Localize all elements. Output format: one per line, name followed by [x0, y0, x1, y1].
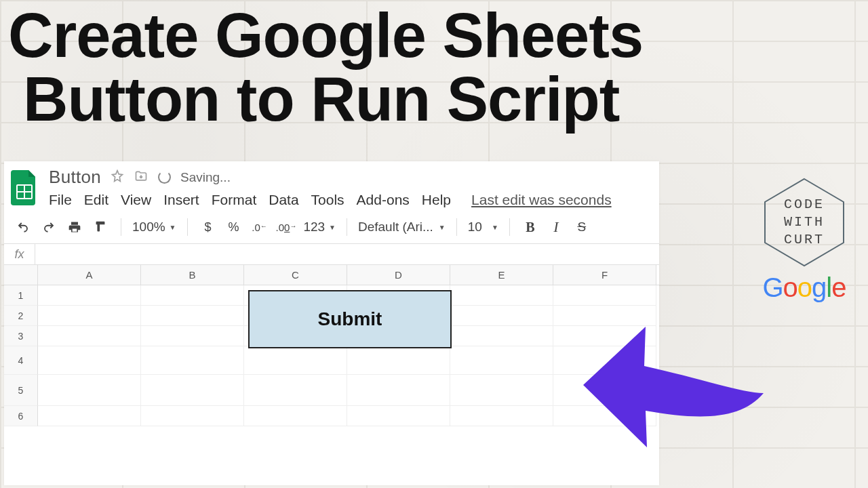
toolbar-separator — [121, 218, 121, 236]
cell[interactable] — [141, 346, 244, 375]
undo-button[interactable] — [14, 218, 33, 237]
row-header[interactable]: 4 — [4, 346, 38, 375]
spreadsheet-grid[interactable]: A B C D E F 1 2 3 4 5 6 Submit — [4, 265, 659, 426]
strikethrough-button[interactable]: S — [572, 218, 591, 237]
row-header[interactable]: 1 — [4, 285, 38, 306]
font-dropdown[interactable]: Default (Ari... ▼ — [358, 220, 446, 235]
row-header[interactable]: 5 — [4, 375, 38, 406]
print-button[interactable] — [65, 218, 84, 237]
select-all-corner[interactable] — [4, 265, 38, 285]
document-name[interactable]: Button — [49, 167, 101, 188]
font-size-value: 10 — [468, 220, 482, 235]
menu-format[interactable]: Format — [212, 192, 257, 208]
column-header-e[interactable]: E — [450, 265, 553, 285]
formula-input[interactable] — [35, 244, 659, 264]
cell[interactable] — [450, 346, 553, 375]
saving-spinner-icon — [158, 171, 171, 184]
zoom-value: 100% — [132, 220, 165, 235]
cell[interactable] — [347, 375, 450, 406]
cell[interactable] — [450, 326, 553, 346]
cell[interactable] — [38, 285, 141, 306]
italic-button[interactable]: I — [547, 218, 566, 237]
fx-label: fx — [4, 244, 35, 264]
column-header-c[interactable]: C — [244, 265, 347, 285]
row-header[interactable]: 6 — [4, 406, 38, 426]
column-header-f[interactable]: F — [553, 265, 656, 285]
last-edit-link[interactable]: Last edit was seconds — [471, 192, 612, 208]
column-headers: A B C D E F — [4, 265, 659, 285]
menu-addons[interactable]: Add-ons — [357, 192, 410, 208]
badge-line-1: CODE — [784, 196, 825, 214]
toolbar-separator — [456, 218, 457, 236]
cell[interactable] — [141, 406, 244, 426]
thumbnail-title: Create Google Sheets Button to Run Scrip… — [0, 0, 868, 131]
cell[interactable] — [38, 346, 141, 375]
menu-edit[interactable]: Edit — [84, 192, 108, 208]
arrow-icon — [571, 305, 774, 470]
title-line-1: Create Google Sheets — [8, 4, 868, 68]
badge-line-3: CURT — [784, 231, 825, 249]
redo-button[interactable] — [39, 218, 58, 237]
paint-format-button[interactable] — [91, 218, 110, 237]
cell[interactable] — [38, 326, 141, 346]
row-header[interactable]: 2 — [4, 306, 38, 326]
cell[interactable] — [38, 375, 141, 406]
cell[interactable] — [450, 285, 553, 306]
chevron-down-icon: ▼ — [439, 224, 446, 231]
more-formats-dropdown[interactable]: 123 ▼ — [303, 220, 336, 235]
cell[interactable] — [141, 285, 244, 306]
bold-button[interactable]: B — [521, 218, 540, 237]
cell[interactable] — [141, 375, 244, 406]
cell[interactable] — [244, 346, 347, 375]
save-status: Saving... — [180, 170, 231, 185]
cell[interactable] — [347, 406, 450, 426]
menu-insert[interactable]: Insert — [163, 192, 199, 208]
format-percent-button[interactable]: % — [224, 218, 243, 237]
row-header[interactable]: 3 — [4, 326, 38, 346]
badge-line-2: WITH — [784, 214, 825, 231]
menu-data[interactable]: Data — [269, 192, 298, 208]
google-sheets-window: Button Saving... File Edit View Insert F… — [4, 161, 659, 485]
sheets-logo-icon[interactable] — [9, 168, 39, 207]
title-line-2: Button to Run Script — [8, 68, 868, 131]
formula-bar: fx — [4, 244, 659, 265]
chevron-down-icon: ▼ — [329, 224, 336, 231]
svg-rect-3 — [73, 229, 77, 232]
document-bar: Button Saving... File Edit View Insert F… — [4, 161, 659, 208]
cell[interactable] — [450, 306, 553, 326]
menu-help[interactable]: Help — [422, 192, 451, 208]
toolbar-separator — [187, 218, 188, 236]
menu-tools[interactable]: Tools — [311, 192, 344, 208]
cell[interactable] — [450, 375, 553, 406]
cell[interactable] — [244, 375, 347, 406]
move-folder-icon[interactable] — [134, 169, 149, 186]
column-header-d[interactable]: D — [347, 265, 450, 285]
cell[interactable] — [244, 406, 347, 426]
chevron-down-icon: ▼ — [492, 224, 498, 231]
decrease-decimal-button[interactable]: .0← — [250, 218, 269, 237]
cell[interactable] — [450, 406, 553, 426]
font-name: Default (Ari... — [358, 220, 433, 235]
toolbar: 100% ▼ $ % .0← .00→ 123 ▼ Default (Ari..… — [4, 208, 659, 244]
cell[interactable] — [38, 406, 141, 426]
star-icon[interactable] — [111, 169, 124, 186]
column-header-b[interactable]: B — [141, 265, 244, 285]
chevron-down-icon: ▼ — [170, 224, 176, 231]
submit-button[interactable]: Submit — [248, 290, 452, 348]
toolbar-separator — [347, 218, 347, 236]
google-logo: Google — [757, 272, 852, 303]
menu-bar: File Edit View Insert Format Data Tools … — [49, 189, 612, 208]
increase-decimal-button[interactable]: .00→ — [276, 218, 297, 237]
cell[interactable] — [141, 326, 244, 346]
font-size-dropdown[interactable]: 10 ▼ — [468, 220, 498, 235]
format-currency-button[interactable]: $ — [199, 218, 218, 237]
cell[interactable] — [553, 285, 656, 306]
more-formats-label: 123 — [303, 220, 325, 235]
zoom-dropdown[interactable]: 100% ▼ — [132, 220, 176, 235]
menu-file[interactable]: File — [49, 192, 72, 208]
menu-view[interactable]: View — [121, 192, 151, 208]
cell[interactable] — [38, 306, 141, 326]
cell[interactable] — [347, 346, 450, 375]
cell[interactable] — [141, 306, 244, 326]
column-header-a[interactable]: A — [38, 265, 141, 285]
